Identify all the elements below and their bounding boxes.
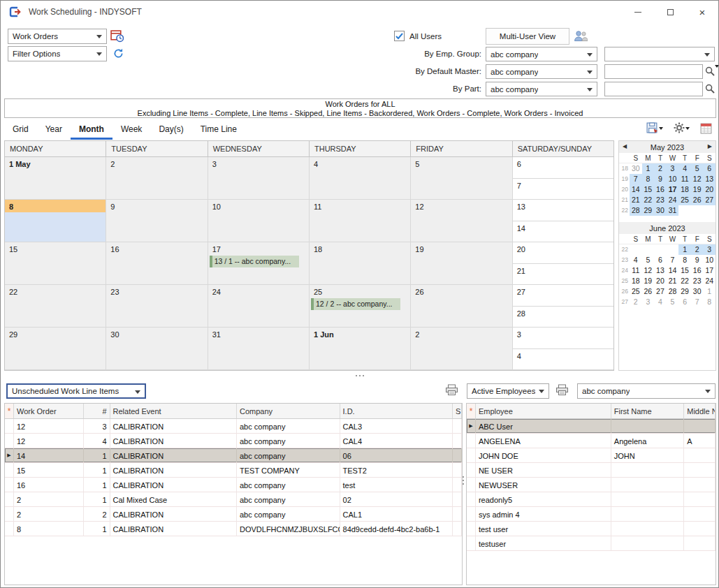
mini-cal-day[interactable]: 20 <box>654 276 667 286</box>
mini-cal-day[interactable]: 11 <box>630 265 642 276</box>
tab-day-s-[interactable]: Day(s) <box>150 119 191 140</box>
calendar-day-cell[interactable]: 10 <box>208 200 310 242</box>
mini-cal-day[interactable]: 1 <box>642 163 655 174</box>
calendar-day-cell[interactable]: 15 <box>5 242 106 285</box>
calendar-day-cell[interactable]: 20 <box>513 242 613 264</box>
prev-month-icon[interactable]: ◀ <box>623 143 627 150</box>
close-button[interactable]: × <box>686 1 718 23</box>
mini-cal-day[interactable]: 16 <box>654 184 667 195</box>
mini-cal-day[interactable]: 27 <box>703 195 716 205</box>
mini-cal-day[interactable]: 4 <box>678 163 691 174</box>
calendar-day-cell[interactable]: 9 <box>106 200 208 242</box>
mini-cal-day[interactable]: 22 <box>678 276 691 286</box>
mini-cal-day[interactable]: 22 <box>642 195 655 205</box>
mini-cal-day[interactable]: 24 <box>667 195 679 205</box>
calendar-day-cell[interactable]: 2 <box>106 157 208 200</box>
mini-cal-day[interactable]: 27 <box>654 286 667 297</box>
column-header[interactable]: Work Order <box>14 404 84 418</box>
column-header[interactable]: S <box>453 404 462 418</box>
mini-cal-day[interactable]: 8 <box>703 297 716 307</box>
mini-cal-day[interactable]: 15 <box>642 184 655 195</box>
view-mode-select[interactable]: Work Orders <box>8 29 107 44</box>
mini-cal-day[interactable]: 6 <box>654 255 667 265</box>
save-layout-icon[interactable] <box>646 122 663 134</box>
mini-cal-day[interactable]: 30 <box>691 286 704 297</box>
mini-cal-day[interactable]: 11 <box>678 174 691 184</box>
mini-cal-day[interactable]: 26 <box>691 195 704 205</box>
column-header[interactable]: # <box>84 404 110 418</box>
mini-cal-day[interactable]: 2 <box>654 163 667 174</box>
maximize-button[interactable] <box>654 1 686 23</box>
mini-cal-day[interactable]: 7 <box>630 174 642 184</box>
tab-month[interactable]: Month <box>71 119 112 140</box>
table-row[interactable]: 21Cal Mixed Caseabc company02 <box>5 492 462 507</box>
mini-cal-day[interactable]: 30 <box>630 163 642 174</box>
calendar-day-cell[interactable]: 2512 / 2 -- abc company... <box>310 285 411 328</box>
mini-cal-day[interactable]: 7 <box>691 297 704 307</box>
calendar-day-cell[interactable]: 3 <box>513 328 613 349</box>
mini-cal-day[interactable]: 7 <box>667 255 679 265</box>
mini-cal-day[interactable]: 3 <box>667 163 679 174</box>
calendar-day-cell[interactable]: 12 <box>411 200 512 242</box>
calendar-day-cell[interactable]: 28 <box>513 307 613 328</box>
column-header[interactable]: Related Event <box>110 404 237 418</box>
table-row[interactable]: JOHN DOEJOHN <box>467 448 716 463</box>
by-part-select[interactable]: abc company <box>486 82 597 96</box>
mini-cal-day[interactable]: 10 <box>667 174 679 184</box>
calendar-event[interactable]: 13 / 1 -- abc company... <box>210 256 299 267</box>
mini-cal-day[interactable]: 23 <box>691 276 704 286</box>
multi-user-icon[interactable] <box>574 30 588 42</box>
mini-cal-day[interactable]: 24 <box>703 276 716 286</box>
table-row[interactable]: readonly5 <box>467 492 716 507</box>
mini-cal-day[interactable]: 12 <box>691 174 704 184</box>
settings-gear-icon[interactable] <box>674 122 690 133</box>
mini-cal-day[interactable]: 13 <box>703 174 716 184</box>
mini-cal-day[interactable]: 5 <box>667 297 679 307</box>
mini-cal-day[interactable]: 18 <box>678 184 691 195</box>
table-row[interactable]: sys admin 4 <box>467 507 716 522</box>
mini-cal-day[interactable]: 1 <box>678 244 691 255</box>
calendar-day-cell[interactable]: 5 <box>411 157 512 200</box>
calendar-day-cell[interactable]: 3 <box>208 157 310 200</box>
calendar-day-cell[interactable]: 1 May <box>5 157 106 200</box>
calendar-day-cell[interactable]: 1713 / 1 -- abc company... <box>208 242 310 285</box>
mini-cal-day[interactable]: 4 <box>630 255 642 265</box>
mini-cal-day[interactable]: 21 <box>667 276 679 286</box>
mini-cal-day[interactable]: 23 <box>654 195 667 205</box>
calendar-day-cell[interactable]: 11 <box>310 200 411 242</box>
table-row[interactable]: test user <box>467 522 716 536</box>
all-users-checkbox[interactable] <box>394 31 405 41</box>
calendar-day-cell[interactable]: 27 <box>513 285 613 307</box>
minimize-button[interactable] <box>622 1 654 23</box>
mini-cal-day[interactable]: 4 <box>654 297 667 307</box>
print-work-items-icon[interactable] <box>445 384 458 396</box>
calendar-day-cell[interactable]: 1 Jun <box>310 328 411 370</box>
mini-cal-day[interactable]: 14 <box>667 265 679 276</box>
calendar-day-cell[interactable]: 4 <box>310 157 411 200</box>
mini-cal-day[interactable]: 17 <box>703 265 716 276</box>
mini-cal-day[interactable]: 5 <box>642 255 655 265</box>
mini-cal-day[interactable]: 29 <box>642 205 655 216</box>
mini-cal-day[interactable]: 21 <box>630 195 642 205</box>
by-part-search-icon[interactable] <box>703 82 717 96</box>
default-master-search-icon[interactable] <box>703 64 717 78</box>
mini-cal-day[interactable]: 6 <box>703 163 716 174</box>
calendar-day-cell[interactable]: 30 <box>106 328 208 370</box>
mini-cal-day[interactable]: 31 <box>667 205 679 216</box>
filter-options-select[interactable]: Filter Options <box>8 46 107 61</box>
horizontal-splitter[interactable] <box>1 371 718 381</box>
emp-group-select[interactable]: abc company <box>486 47 597 61</box>
table-row[interactable]: ▶ABC User <box>467 419 716 434</box>
mini-cal-day[interactable]: 30 <box>654 205 667 216</box>
calendar-day-cell[interactable]: 22 <box>5 285 106 328</box>
mini-cal-day[interactable]: 28 <box>667 286 679 297</box>
mini-cal-day[interactable]: 14 <box>630 184 642 195</box>
table-row[interactable]: testuser <box>467 536 716 551</box>
column-header[interactable]: Company <box>237 404 340 418</box>
mini-cal-day[interactable]: 10 <box>703 255 716 265</box>
calendar-day-cell[interactable]: 19 <box>411 242 512 285</box>
refresh-icon[interactable] <box>113 48 124 59</box>
mini-cal-day[interactable]: 8 <box>642 174 655 184</box>
table-row[interactable]: 161CALIBRATIONabc companytest <box>5 478 462 492</box>
next-month-icon[interactable]: ▶ <box>708 143 712 150</box>
